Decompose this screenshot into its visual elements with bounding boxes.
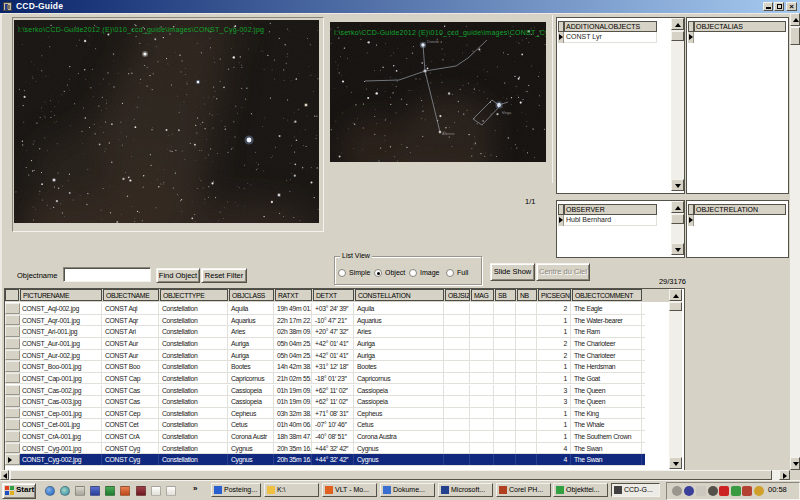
svg-text:I:\serko\CCD-Guide2012 (E)\010: I:\serko\CCD-Guide2012 (E)\010_ccd_guide… — [334, 29, 546, 37]
svg-text:Vega: Vega — [502, 110, 512, 115]
svg-text:I:\serko\CCD-Guide2012 (E)\010: I:\serko\CCD-Guide2012 (E)\010_ccd_guide… — [18, 26, 264, 34]
svg-text:Albireo: Albireo — [442, 131, 455, 136]
svg-text:Deneb: Deneb — [427, 39, 440, 44]
